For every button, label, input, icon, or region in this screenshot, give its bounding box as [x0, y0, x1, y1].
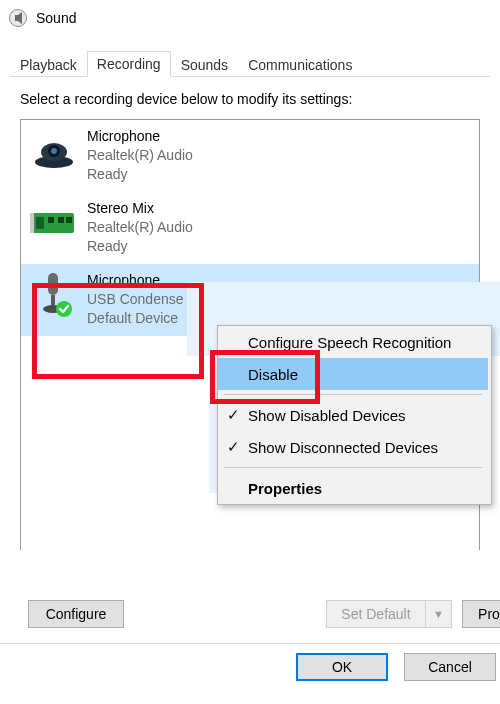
- device-name: Microphone: [87, 271, 184, 290]
- set-default-dropdown[interactable]: ▼: [426, 600, 452, 628]
- properties-button[interactable]: Pro: [462, 600, 500, 628]
- window-title: Sound: [36, 10, 76, 26]
- device-sub: USB Condense: [87, 290, 184, 309]
- menu-separator: [224, 394, 482, 395]
- context-menu: Configure Speech Recognition Disable ✓ S…: [217, 325, 492, 505]
- menu-configure-speech[interactable]: Configure Speech Recognition: [218, 326, 488, 358]
- menu-label: Disable: [248, 366, 298, 383]
- instruction-text: Select a recording device below to modif…: [20, 91, 480, 107]
- svg-rect-13: [51, 295, 55, 305]
- set-default-button[interactable]: Set Default: [326, 600, 426, 628]
- dialog-button-row: OK Cancel: [0, 643, 500, 690]
- device-name: Microphone: [87, 127, 193, 146]
- check-icon: ✓: [218, 406, 248, 424]
- svg-rect-9: [66, 217, 72, 223]
- svg-rect-11: [48, 273, 58, 295]
- titlebar: Sound: [0, 0, 500, 34]
- soundcard-icon: [29, 199, 79, 249]
- menu-label: Properties: [248, 480, 322, 497]
- menu-properties[interactable]: Properties: [218, 472, 488, 504]
- svg-rect-6: [36, 217, 44, 229]
- menu-show-disabled[interactable]: ✓ Show Disabled Devices: [218, 399, 488, 431]
- svg-rect-10: [30, 213, 34, 233]
- menu-label: Configure Speech Recognition: [248, 334, 451, 351]
- tab-strip: Playback Recording Sounds Communications: [10, 48, 490, 77]
- tab-communications[interactable]: Communications: [238, 52, 362, 77]
- device-state: Ready: [87, 165, 193, 184]
- device-name: Stereo Mix: [87, 199, 193, 218]
- svg-point-4: [51, 148, 57, 154]
- menu-label: Show Disabled Devices: [248, 407, 406, 424]
- list-item[interactable]: Stereo Mix Realtek(R) Audio Ready: [21, 192, 479, 264]
- tab-playback[interactable]: Playback: [10, 52, 87, 77]
- list-item[interactable]: Microphone Realtek(R) Audio Ready: [21, 120, 479, 192]
- sound-dialog: Sound Playback Recording Sounds Communic…: [0, 0, 500, 704]
- panel-button-row: Configure Set Default ▼ Pro: [28, 600, 500, 628]
- webcam-mic-icon: [29, 127, 79, 177]
- menu-label: Show Disconnected Devices: [248, 439, 438, 456]
- device-state: Default Device: [87, 309, 184, 328]
- menu-show-disconnected[interactable]: ✓ Show Disconnected Devices: [218, 431, 488, 463]
- menu-disable[interactable]: Disable: [218, 358, 488, 390]
- ok-button[interactable]: OK: [296, 653, 388, 681]
- svg-rect-7: [48, 217, 54, 223]
- check-icon: ✓: [218, 438, 248, 456]
- device-sub: Realtek(R) Audio: [87, 146, 193, 165]
- menu-separator: [224, 467, 482, 468]
- svg-rect-8: [58, 217, 64, 223]
- device-sub: Realtek(R) Audio: [87, 218, 193, 237]
- sound-icon: [8, 8, 28, 28]
- usb-mic-icon: [29, 271, 79, 321]
- chevron-down-icon: ▼: [433, 608, 444, 620]
- tab-recording[interactable]: Recording: [87, 51, 171, 77]
- tab-sounds[interactable]: Sounds: [171, 52, 238, 77]
- device-state: Ready: [87, 237, 193, 256]
- configure-button[interactable]: Configure: [28, 600, 124, 628]
- cancel-button[interactable]: Cancel: [404, 653, 496, 681]
